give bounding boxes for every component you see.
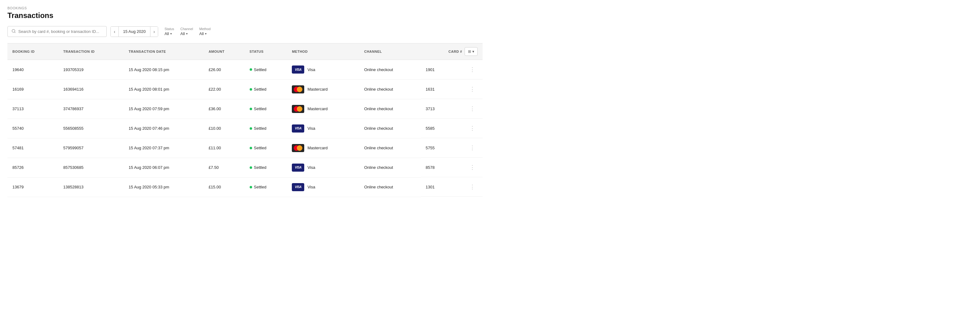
status-dot (250, 147, 252, 149)
cell-amount: £22.00 (204, 80, 245, 99)
page-title: Transactions (8, 11, 482, 20)
table-row: 1367913852881315 Aug 2020 05:33 pm£15.00… (8, 177, 482, 197)
table-row: 1616916369411615 Aug 2020 08:01 pm£22.00… (8, 80, 482, 99)
row-actions-button[interactable]: ⋮ (467, 65, 477, 74)
status-badge: Settled (250, 87, 282, 92)
columns-button[interactable]: ⊞ ▾ (465, 47, 477, 56)
mc-circles (294, 145, 302, 151)
th-transaction-id: TRANSACTION ID (58, 43, 124, 60)
channel-filter-value: All (180, 31, 185, 36)
row-actions-button[interactable]: ⋮ (467, 163, 477, 172)
channel-filter-label: Channel (180, 27, 193, 31)
cell-transaction-id: 579599057 (58, 138, 124, 158)
cell-channel: Online checkout (359, 118, 420, 138)
cell-transaction-date: 15 Aug 2020 08:01 pm (124, 80, 204, 99)
cell-card: 8578 ⋮ (421, 158, 483, 177)
method-name: Visa (307, 126, 315, 131)
status-label: Settled (254, 107, 266, 111)
cell-card: 5585 ⋮ (421, 118, 483, 138)
method-name: Mastercard (307, 145, 328, 150)
th-booking-id: BOOKING ID (8, 43, 58, 60)
table-row: 8572685753068515 Aug 2020 06:07 pm£7.50 … (8, 158, 482, 177)
cell-booking-id: 85726 (8, 158, 58, 177)
mastercard-logo (292, 144, 304, 152)
cell-amount: £10.00 (204, 118, 245, 138)
status-filter-value: All (164, 31, 169, 36)
cell-transaction-id: 193705319 (58, 60, 124, 80)
cell-booking-id: 57481 (8, 138, 58, 158)
columns-icon: ⊞ (468, 49, 471, 54)
th-amount: AMOUNT (204, 43, 245, 60)
cell-amount: £7.50 (204, 158, 245, 177)
channel-chevron-icon: ▾ (186, 32, 188, 35)
cell-status: Settled (245, 138, 287, 158)
cell-card: 5755 ⋮ (421, 138, 483, 158)
method-cell: VISA Visa (292, 65, 354, 73)
cell-transaction-date: 15 Aug 2020 06:07 pm (124, 158, 204, 177)
status-filter-select[interactable]: All ▾ (164, 31, 174, 36)
status-badge: Settled (250, 126, 282, 131)
status-badge: Settled (250, 107, 282, 111)
method-filter-label: Method (199, 27, 211, 31)
cell-method: VISA Visa (287, 60, 359, 80)
search-input[interactable] (18, 29, 103, 34)
method-filter-select[interactable]: All ▾ (199, 31, 211, 36)
th-transaction-date: TRANSACTION DATE (124, 43, 204, 60)
mc-circle-right (297, 145, 302, 151)
date-next-button[interactable]: › (150, 27, 158, 37)
cell-card: 1631 ⋮ (421, 80, 483, 99)
status-badge: Settled (250, 145, 282, 150)
transactions-table: BOOKING ID TRANSACTION ID TRANSACTION DA… (8, 43, 482, 197)
cell-amount: £11.00 (204, 138, 245, 158)
th-channel: CHANNEL (359, 43, 420, 60)
th-status: STATUS (245, 43, 287, 60)
cell-transaction-id: 138528813 (58, 177, 124, 197)
columns-chevron: ▾ (473, 49, 474, 54)
th-card-label: CARD # (449, 49, 462, 53)
table-row: 1964019370531915 Aug 2020 08:15 pm£26.00… (8, 60, 482, 80)
row-actions-button[interactable]: ⋮ (467, 124, 477, 133)
date-prev-button[interactable]: ‹ (111, 27, 119, 37)
status-filter-label: Status (164, 27, 174, 31)
row-actions-button[interactable]: ⋮ (467, 143, 477, 152)
cell-transaction-date: 15 Aug 2020 08:15 pm (124, 60, 204, 80)
status-label: Settled (254, 185, 266, 189)
card-number: 5755 (426, 145, 435, 150)
status-dot (250, 108, 252, 110)
card-number: 1301 (426, 185, 435, 189)
cell-channel: Online checkout (359, 60, 420, 80)
th-method: METHOD (287, 43, 359, 60)
status-badge: Settled (250, 67, 282, 72)
method-filter: Method All ▾ (199, 27, 211, 36)
filter-group: Status All ▾ Channel All ▾ Method All ▾ (164, 27, 211, 36)
cell-channel: Online checkout (359, 80, 420, 99)
cell-booking-id: 16169 (8, 80, 58, 99)
channel-filter-select[interactable]: All ▾ (180, 31, 193, 36)
card-number: 1901 (426, 67, 435, 72)
method-name: Mastercard (307, 87, 328, 92)
cell-status: Settled (245, 60, 287, 80)
visa-logo: VISA (292, 124, 304, 132)
breadcrumb: BOOKINGS (8, 6, 482, 10)
card-number: 5585 (426, 126, 435, 131)
cell-method: Mastercard (287, 138, 359, 158)
th-card: CARD # ⊞ ▾ (421, 43, 483, 60)
row-actions-button[interactable]: ⋮ (467, 104, 477, 113)
row-actions-button[interactable]: ⋮ (467, 182, 477, 191)
row-actions-button[interactable]: ⋮ (467, 85, 477, 94)
method-chevron-icon: ▾ (205, 32, 207, 35)
status-badge: Settled (250, 165, 282, 170)
cell-status: Settled (245, 80, 287, 99)
status-label: Settled (254, 145, 266, 150)
table-header-row: BOOKING ID TRANSACTION ID TRANSACTION DA… (8, 43, 482, 60)
toolbar: ‹ 15 Aug 2020 › Status All ▾ Channel All… (8, 26, 482, 37)
cell-transaction-date: 15 Aug 2020 07:37 pm (124, 138, 204, 158)
cell-channel: Online checkout (359, 177, 420, 197)
visa-logo: VISA (292, 164, 304, 172)
cell-channel: Online checkout (359, 138, 420, 158)
table-row: 5748157959905715 Aug 2020 07:37 pm£11.00… (8, 138, 482, 158)
card-number: 3713 (426, 107, 435, 111)
status-dot (250, 68, 252, 71)
method-cell: VISA Visa (292, 124, 354, 132)
cell-amount: £15.00 (204, 177, 245, 197)
